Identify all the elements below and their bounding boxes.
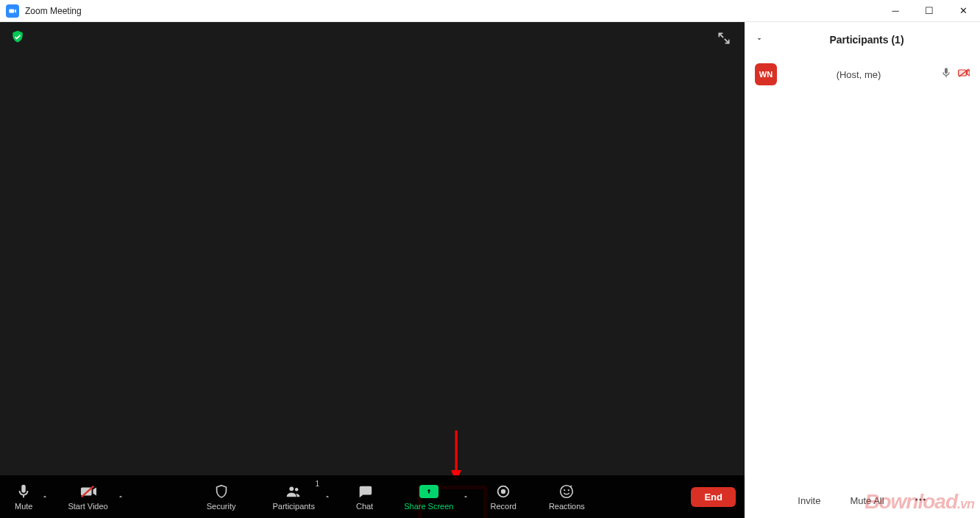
svg-point-6 — [501, 489, 505, 494]
mute-options-caret[interactable] — [38, 475, 52, 518]
microphone-icon — [15, 483, 32, 500]
fullscreen-icon[interactable] — [717, 31, 731, 46]
participants-count: 1 — [315, 480, 319, 488]
participant-mic-icon — [940, 67, 952, 82]
participants-button[interactable]: Participants 1 — [266, 475, 320, 518]
participants-header: Participants (1) — [745, 22, 980, 57]
participants-options-caret[interactable] — [321, 475, 334, 518]
start-video-label: Start Video — [68, 502, 107, 511]
security-label: Security — [207, 502, 236, 511]
mute-label: Mute — [15, 502, 32, 511]
record-icon — [495, 483, 511, 500]
share-screen-icon — [419, 485, 438, 498]
svg-point-7 — [561, 486, 573, 498]
end-button[interactable]: End — [691, 487, 736, 507]
participants-label: Participants — [272, 502, 314, 511]
titlebar: Zoom Meeting ─ ☐ ✕ — [0, 0, 980, 22]
record-label: Record — [490, 502, 516, 511]
svg-point-8 — [564, 489, 566, 491]
svg-point-11 — [915, 498, 917, 500]
share-screen-button[interactable]: Share Screen — [398, 475, 459, 518]
reactions-label: Reactions — [549, 502, 585, 511]
meeting-toolbar: Mute Start Video Security — [0, 475, 745, 518]
smile-icon — [558, 483, 575, 500]
zoom-logo-icon — [6, 4, 19, 18]
video-off-icon — [80, 483, 96, 500]
encryption-shield-icon[interactable] — [10, 29, 25, 44]
minimize-button[interactable]: ─ — [878, 0, 912, 22]
participant-label: (Host, me) — [837, 69, 881, 80]
shield-icon — [213, 483, 230, 500]
people-icon — [285, 483, 302, 500]
svg-point-12 — [919, 498, 921, 500]
share-screen-label: Share Screen — [404, 502, 453, 511]
svg-point-3 — [290, 486, 294, 491]
annotation-arrow-icon — [451, 430, 461, 482]
video-area: Mute Start Video Security — [0, 22, 745, 518]
invite-button[interactable]: Invite — [798, 495, 820, 506]
security-button[interactable]: Security — [201, 475, 242, 518]
close-button[interactable]: ✕ — [946, 0, 980, 22]
video-options-caret[interactable] — [114, 475, 127, 518]
participants-footer: Invite Mute All — [745, 483, 980, 518]
svg-point-9 — [568, 489, 569, 491]
participants-panel: Participants (1) WN (Host, me) Invite Mu… — [745, 22, 980, 518]
chat-button[interactable]: Chat — [350, 475, 379, 518]
svg-point-13 — [923, 498, 925, 500]
svg-point-4 — [295, 488, 298, 491]
chat-icon — [357, 483, 373, 500]
start-video-button[interactable]: Start Video — [62, 475, 113, 518]
record-button[interactable]: Record — [484, 475, 522, 518]
participants-title: Participants (1) — [829, 34, 903, 46]
more-options-icon[interactable] — [914, 493, 927, 508]
reactions-button[interactable]: Reactions — [543, 475, 591, 518]
window-title: Zoom Meeting — [25, 6, 82, 16]
participant-row[interactable]: WN (Host, me) — [745, 57, 980, 91]
chat-label: Chat — [356, 502, 373, 511]
collapse-chevron-icon[interactable] — [755, 33, 764, 46]
share-options-caret[interactable] — [459, 475, 472, 518]
avatar: WN — [755, 63, 777, 85]
mute-button[interactable]: Mute — [9, 475, 38, 518]
maximize-button[interactable]: ☐ — [912, 0, 946, 22]
mute-all-button[interactable]: Mute All — [850, 495, 884, 506]
participant-video-off-icon — [958, 67, 970, 82]
